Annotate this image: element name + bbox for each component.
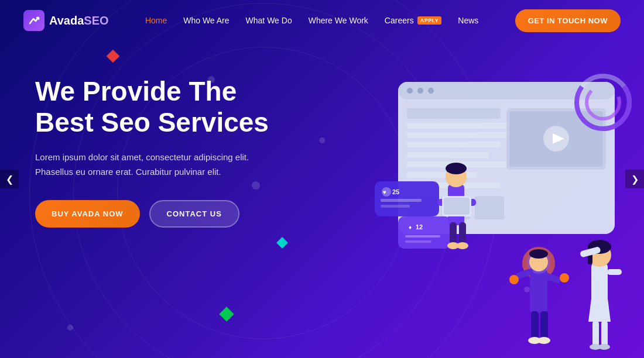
hero-title-line1: We Provide The	[35, 76, 237, 106]
btn-contact-us[interactable]: CONTACT US	[149, 200, 239, 228]
svg-point-65	[598, 344, 610, 350]
hero-section: We Provide The Best Seo Services Lorem i…	[0, 41, 644, 228]
svg-rect-52	[531, 311, 539, 340]
logo: AvadaSEO	[23, 10, 109, 31]
svg-rect-61	[607, 269, 622, 275]
nav-where-we-work[interactable]: Where We Work	[309, 16, 368, 25]
svg-point-44	[457, 242, 468, 249]
svg-point-55	[537, 337, 550, 344]
hero-description: Lorem ipsum dolor sit amet, consectetur …	[35, 150, 269, 180]
page-wrapper: AvadaSEO Home Who We Are What We Do Wher…	[0, 0, 644, 358]
slider-arrow-left[interactable]: ❮	[0, 170, 19, 188]
svg-rect-30	[405, 240, 431, 243]
svg-rect-63	[601, 321, 608, 347]
hero-desc-line2: Phasellus eu ornare erat. Curabitur pulv…	[35, 167, 221, 177]
diamond-green	[219, 307, 234, 321]
hero-title-line2: Best Seo Services	[35, 107, 269, 137]
svg-point-66	[509, 275, 519, 284]
nav-who-we-are[interactable]: Who We Are	[183, 16, 229, 25]
logo-icon	[23, 10, 44, 31]
dot-5	[67, 325, 73, 331]
hero-text: We Provide The Best Seo Services Lorem i…	[35, 64, 269, 228]
brand-name-avada: Avada	[49, 14, 84, 27]
nav-what-we-do[interactable]: What We Do	[246, 16, 292, 25]
hero-desc-line1: Lorem ipsum dolor sit amet, consectetur …	[35, 152, 249, 162]
svg-point-49	[529, 249, 548, 259]
nav-news[interactable]: News	[458, 16, 478, 25]
main-nav: Home Who We Are What We Do Where We Work…	[145, 16, 478, 25]
slider-arrow-right[interactable]: ❯	[625, 170, 644, 188]
svg-point-67	[560, 273, 569, 283]
svg-rect-53	[540, 311, 548, 340]
hero-title: We Provide The Best Seo Services	[35, 76, 269, 138]
logo-text: AvadaSEO	[49, 14, 109, 27]
nav-home[interactable]: Home	[145, 16, 167, 25]
hero-buttons: BUY AVADA NOW CONTACT US	[35, 200, 269, 228]
apply-badge: APPLY	[417, 16, 442, 25]
svg-rect-29	[405, 235, 440, 237]
careers-label: Careers	[385, 16, 414, 25]
svg-rect-62	[592, 321, 599, 347]
nav-careers[interactable]: Careers APPLY	[385, 16, 441, 25]
header: AvadaSEO Home Who We Are What We Do Wher…	[0, 0, 644, 41]
brand-name-seo: SEO	[84, 14, 108, 27]
diamond-teal	[276, 237, 288, 249]
cta-button[interactable]: GET IN TOUCH NOW	[515, 9, 621, 32]
btn-buy-avada[interactable]: BUY AVADA NOW	[35, 200, 140, 228]
